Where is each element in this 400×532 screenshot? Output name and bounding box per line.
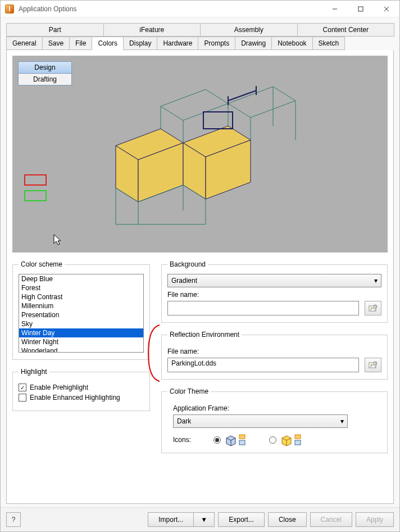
export-button[interactable]: Export... (218, 512, 265, 527)
page-tab-display[interactable]: Display (123, 37, 157, 50)
cancel-button[interactable]: Cancel (310, 512, 352, 527)
close-window-button[interactable] (374, 1, 399, 17)
icon-set-light-radio[interactable] (213, 436, 221, 444)
enable-enhanced-highlighting-label: Enable Enhanced Highlighting (30, 394, 120, 402)
reflection-browse-button[interactable] (365, 358, 381, 372)
category-tab-assembly[interactable]: Assembly (200, 23, 298, 37)
reflection-file-label: File name: (167, 348, 381, 355)
page-tab-general[interactable]: General (6, 37, 43, 50)
color-theme-legend: Color Theme (167, 387, 211, 395)
category-tab-row: PartiFeatureAssemblyContent Center (6, 23, 394, 37)
app-icon: I (5, 4, 14, 13)
minimize-button[interactable] (322, 1, 348, 17)
background-type-dropdown[interactable]: Gradient ▾ (167, 274, 381, 287)
color-scheme-item[interactable]: Winter Night (19, 337, 143, 346)
titlebar: I Application Options (1, 1, 399, 17)
svg-marker-25 (54, 235, 61, 245)
window-title: Application Options (19, 5, 76, 13)
svg-line-21 (228, 91, 256, 101)
svg-rect-1 (358, 7, 363, 11)
color-scheme-group: Color scheme Deep BlueForestHigh Contras… (12, 260, 150, 360)
svg-marker-10 (161, 89, 228, 120)
icon-set-light-preview (224, 434, 247, 446)
page-tab-drawing[interactable]: Drawing (235, 37, 272, 50)
category-tab-ifeature[interactable]: iFeature (103, 23, 201, 37)
green-swatch-icon (25, 191, 46, 201)
page-tab-prompts[interactable]: Prompts (198, 37, 235, 50)
annotation-red-bracket (146, 322, 162, 384)
open-image-icon (369, 304, 378, 312)
svg-marker-14 (228, 87, 296, 118)
enable-prehighlight-checkbox[interactable]: ✓ (19, 384, 26, 391)
highlight-legend: Highlight (19, 368, 49, 376)
enable-prehighlight-label: Enable Prehighlight (30, 384, 88, 391)
page-tab-row: GeneralSaveFileColorsDisplayHardwareProm… (6, 37, 394, 50)
chevron-down-icon: ▾ (374, 277, 378, 285)
application-options-window: I Application Options PartiFeatureAssemb… (0, 0, 400, 532)
application-frame-dropdown[interactable]: Dark ▾ (173, 414, 348, 428)
svg-rect-34 (239, 435, 245, 439)
chevron-down-icon: ▾ (340, 417, 344, 425)
page-tab-hardware[interactable]: Hardware (157, 37, 198, 50)
help-button[interactable]: ? (6, 512, 21, 527)
background-file-label: File name: (167, 291, 381, 299)
import-button[interactable]: Import... (148, 512, 194, 527)
reflection-file-input[interactable]: ParkingLot.dds (167, 358, 359, 372)
color-scheme-legend: Color scheme (19, 260, 65, 268)
color-scheme-item[interactable]: Millennium (19, 301, 143, 310)
page-tab-colors[interactable]: Colors (92, 37, 124, 50)
preview-mode-design-button[interactable]: Design (18, 61, 72, 74)
cursor-icon (54, 235, 61, 245)
maximize-button[interactable] (348, 1, 374, 17)
background-browse-button[interactable] (365, 301, 381, 315)
icon-set-dark-preview (280, 434, 302, 446)
color-scheme-item[interactable]: Forest (19, 283, 143, 292)
icon-set-dark-radio[interactable] (269, 436, 276, 444)
background-legend: Background (167, 260, 208, 268)
import-dropdown-button[interactable]: ▼ (194, 512, 215, 527)
application-frame-label: Application Frame: (173, 404, 381, 412)
background-group: Background Gradient ▾ File name: (161, 260, 388, 323)
highlight-group: Highlight ✓ Enable Prehighlight Enable E… (12, 368, 150, 411)
reflection-legend: Reflection Environment (167, 331, 242, 339)
preview-mode-drafting-button[interactable]: Drafting (18, 73, 72, 85)
red-swatch-icon (25, 175, 46, 185)
page-tab-file[interactable]: File (69, 37, 92, 50)
close-button[interactable]: Close (268, 512, 307, 527)
color-scheme-listbox[interactable]: Deep BlueForestHigh ContrastMillenniumPr… (19, 274, 144, 353)
category-tab-part[interactable]: Part (6, 23, 104, 37)
color-scheme-item[interactable]: Wonderland (19, 346, 143, 353)
svg-rect-35 (239, 440, 245, 445)
page-tab-notebook[interactable]: Notebook (271, 37, 312, 50)
color-scheme-item[interactable]: Winter Day (19, 328, 143, 337)
reflection-environment-group: Reflection Environment File name: Parkin… (161, 331, 388, 380)
icons-label: Icons: (173, 436, 191, 444)
apply-button[interactable]: Apply (356, 512, 394, 527)
open-image-icon (369, 361, 378, 369)
color-scheme-item[interactable]: High Contrast (19, 292, 143, 301)
colors-panel: DesignDrafting (6, 50, 394, 504)
page-tab-save[interactable]: Save (42, 37, 70, 50)
color-scheme-item[interactable]: Sky (19, 319, 143, 328)
color-scheme-item[interactable]: Deep Blue (19, 274, 143, 283)
enable-enhanced-highlighting-checkbox[interactable] (19, 394, 26, 402)
page-tab-sketch[interactable]: Sketch (312, 37, 346, 50)
background-file-input[interactable] (167, 301, 359, 315)
svg-rect-39 (295, 440, 301, 445)
color-preview-area: DesignDrafting (12, 56, 388, 253)
svg-rect-38 (295, 435, 301, 439)
category-tab-content-center[interactable]: Content Center (297, 23, 395, 37)
dialog-button-bar: ? Import... ▼ Export... Close Cancel App… (1, 507, 399, 531)
color-theme-group: Color Theme Application Frame: Dark ▾ Ic… (161, 387, 388, 453)
color-scheme-item[interactable]: Presentation (19, 310, 143, 319)
